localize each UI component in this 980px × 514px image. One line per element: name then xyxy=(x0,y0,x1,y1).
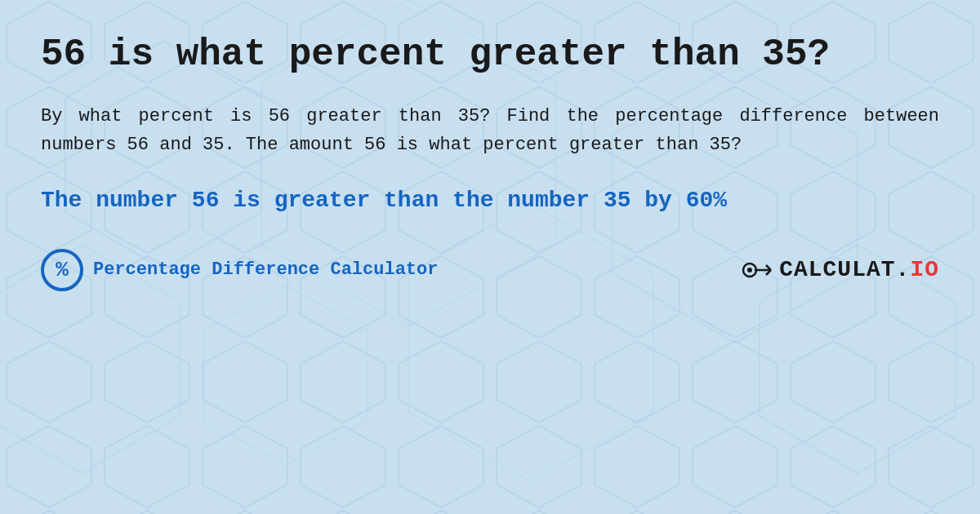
percent-icon: % xyxy=(41,249,83,291)
footer: % Percentage Difference Calculator CALCU… xyxy=(41,249,939,291)
result-text: The number 56 is greater than the number… xyxy=(41,184,939,216)
page-title: 56 is what percent greater than 35? xyxy=(41,33,939,78)
calculator-logo: CALCULAT.IO xyxy=(779,257,939,282)
calculator-icon xyxy=(740,254,773,286)
footer-label: Percentage Difference Calculator xyxy=(93,259,438,280)
footer-left: % Percentage Difference Calculator xyxy=(41,249,438,291)
footer-right: CALCULAT.IO xyxy=(740,254,939,286)
description-text: By what percent is 56 greater than 35? F… xyxy=(41,102,939,159)
svg-point-13 xyxy=(747,268,752,273)
